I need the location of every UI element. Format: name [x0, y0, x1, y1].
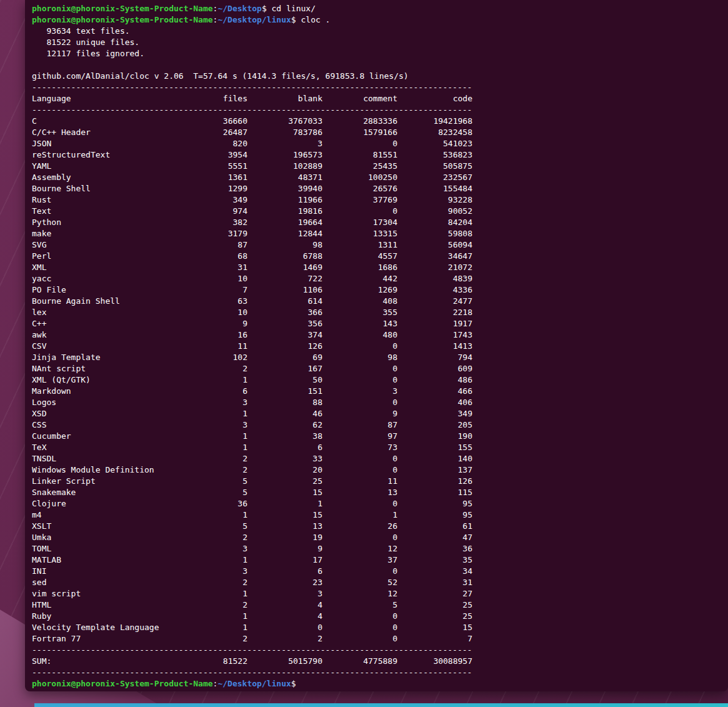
cloc-table-body: C 36660 3767033 2883336 19421968 C/C++ H…: [32, 116, 721, 644]
prompt-line-current[interactable]: phoronix@phoronix-System-Product-Name:~/…: [32, 678, 721, 689]
cell-code: 505875: [397, 161, 472, 172]
cell-code: 232567: [397, 172, 472, 183]
table-row: NAnt script 2 167 0 609: [32, 363, 721, 374]
cell-files: 10: [172, 307, 247, 318]
cell-comment: 0: [322, 532, 397, 543]
table-row: CSS 3 62 87 205: [32, 419, 721, 431]
cell-comment: 4557: [322, 251, 397, 262]
cell-blank: 126: [247, 341, 322, 352]
sum-code: 30088957: [397, 656, 472, 667]
cell-language: CSV: [32, 341, 172, 352]
cell-comment: 13: [322, 487, 397, 498]
cell-blank: 196573: [247, 149, 322, 161]
cell-code: 27: [397, 588, 472, 599]
cell-code: 34: [397, 566, 472, 577]
cell-files: 3179: [172, 228, 247, 239]
cell-blank: 6: [247, 566, 322, 577]
cell-files: 3: [172, 566, 247, 577]
cell-files: 3: [172, 397, 247, 408]
cell-comment: 25435: [322, 161, 397, 172]
cell-comment: 100250: [322, 172, 397, 183]
cell-blank: 20: [247, 464, 322, 476]
cell-blank: 19664: [247, 217, 322, 228]
cell-blank: 356: [247, 318, 322, 329]
cell-files: 3: [172, 419, 247, 431]
cell-code: 21072: [397, 262, 472, 273]
cell-language: Fortran 77: [32, 633, 172, 644]
cell-files: 1: [172, 431, 247, 442]
cell-code: 95: [397, 509, 472, 521]
cell-blank: 15: [247, 487, 322, 498]
sum-blank: 5015790: [247, 656, 322, 667]
cell-code: 1917: [397, 318, 472, 329]
cell-code: 349: [397, 408, 472, 419]
cell-files: 820: [172, 138, 247, 149]
cell-comment: 442: [322, 273, 397, 284]
cell-blank: 38: [247, 431, 322, 442]
cell-language: SVG: [32, 239, 172, 251]
cell-language: Python: [32, 217, 172, 228]
header-comment: comment: [322, 93, 397, 104]
cell-language: Assembly: [32, 172, 172, 183]
cell-files: 5: [172, 487, 247, 498]
cell-code: 486: [397, 374, 472, 386]
table-row: Ruby 1 4 0 25: [32, 611, 721, 622]
cell-comment: 0: [322, 566, 397, 577]
cell-files: 7: [172, 284, 247, 296]
table-row: XML 31 1469 1686 21072: [32, 262, 721, 273]
cell-comment: 3: [322, 386, 397, 397]
table-row: Windows Module Definition 2 20 0 137: [32, 464, 721, 476]
cell-comment: 0: [322, 363, 397, 374]
cell-files: 5551: [172, 161, 247, 172]
table-row: SVG 87 98 1311 56094: [32, 239, 721, 251]
cell-language: Ruby: [32, 611, 172, 622]
table-row: Cucumber 1 38 97 190: [32, 431, 721, 442]
cell-comment: 26576: [322, 183, 397, 194]
cell-code: 609: [397, 363, 472, 374]
table-row: sed 2 23 52 31: [32, 577, 721, 588]
header-files: files: [172, 93, 247, 104]
cell-blank: 48371: [247, 172, 322, 183]
cell-files: 1: [172, 554, 247, 566]
sum-files: 81522: [172, 656, 247, 667]
cell-files: 349: [172, 194, 247, 206]
cell-code: 190: [397, 431, 472, 442]
cell-files: 2: [172, 453, 247, 464]
cell-blank: 3: [247, 138, 322, 149]
cell-code: 794: [397, 352, 472, 363]
cell-blank: 98: [247, 239, 322, 251]
terminal-window[interactable]: phoronix@phoronix-System-Product-Name:~/…: [25, 0, 728, 691]
cell-language: vim script: [32, 588, 172, 599]
prompt-dollar: $: [291, 15, 301, 24]
cell-files: 36660: [172, 116, 247, 127]
table-row: lex 10 366 355 2218: [32, 307, 721, 318]
cell-language: Bourne Shell: [32, 183, 172, 194]
table-row: Bourne Shell 1299 39940 26576 155484: [32, 183, 721, 194]
cell-language: Snakemake: [32, 487, 172, 498]
cell-code: 47: [397, 532, 472, 543]
table-row: Jinja Template 102 69 98 794: [32, 352, 721, 363]
cell-files: 2: [172, 464, 247, 476]
table-row: vim script 1 3 12 27: [32, 588, 721, 599]
cell-language: C/C++ Header: [32, 127, 172, 138]
table-row: HTML 2 4 5 25: [32, 599, 721, 611]
cell-files: 16: [172, 329, 247, 341]
cell-files: 1299: [172, 183, 247, 194]
cell-blank: 102889: [247, 161, 322, 172]
cell-files: 11: [172, 341, 247, 352]
table-row: Logos 3 88 0 406: [32, 397, 721, 408]
table-row: Rust 349 11966 37769 93228: [32, 194, 721, 206]
table-row: Assembly 1361 48371 100250 232567: [32, 172, 721, 183]
cell-comment: 0: [322, 453, 397, 464]
cell-code: 536823: [397, 149, 472, 161]
terminal-screen: phoronix@phoronix-System-Product-Name:~/…: [25, 0, 728, 693]
cell-comment: 12: [322, 543, 397, 554]
cell-comment: 480: [322, 329, 397, 341]
cell-files: 3: [172, 543, 247, 554]
cell-language: Bourne Again Shell: [32, 296, 172, 307]
cell-blank: 25: [247, 476, 322, 487]
cell-language: Velocity Template Language: [32, 622, 172, 633]
cell-code: 1413: [397, 341, 472, 352]
table-row: Perl 68 6788 4557 34647: [32, 251, 721, 262]
cell-comment: 52: [322, 577, 397, 588]
